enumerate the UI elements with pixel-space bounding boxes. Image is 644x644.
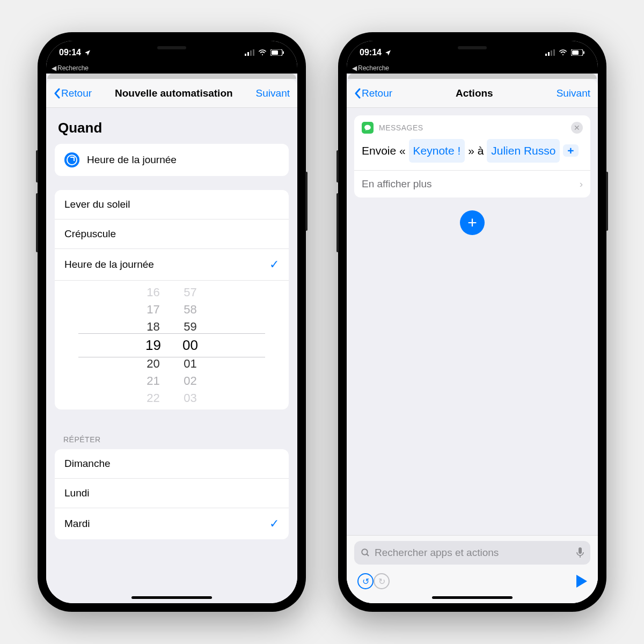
back-label: Retour (61, 87, 92, 99)
nav-bar: Retour Nouvelle automatisation Suivant (46, 79, 297, 108)
next-label: Suivant (256, 87, 290, 99)
svg-rect-8 (545, 54, 547, 56)
repeat-monday[interactable]: Lundi (55, 479, 289, 508)
picker-selected: 19 (145, 337, 161, 354)
search-icon (361, 548, 370, 558)
home-indicator[interactable] (432, 596, 513, 599)
redo-button[interactable]: ↻ (374, 573, 390, 589)
bottom-toolbar: Rechercher apps et actions ↺ ↻ (347, 535, 598, 603)
svg-rect-11 (553, 49, 555, 56)
recipient-token[interactable]: Julien Russo (487, 139, 560, 163)
option-sunset[interactable]: Crépuscule (55, 219, 289, 249)
phone-right: 09:14 ◀ Recherche (338, 32, 606, 612)
dictation-icon[interactable] (576, 547, 584, 558)
svg-line-17 (367, 554, 369, 556)
day-label: Dimanche (64, 458, 111, 470)
picker-selected: 00 (182, 337, 198, 354)
cellular-icon (545, 49, 555, 56)
repeat-sunday[interactable]: Dimanche (55, 449, 289, 479)
location-icon (84, 49, 91, 56)
page-title: Nouvelle automatisation (115, 87, 233, 99)
chevron-left-icon: ◀ (352, 64, 357, 72)
svg-rect-1 (247, 52, 249, 56)
picker-value: 02 (184, 374, 196, 388)
nav-bar: Retour Actions Suivant (347, 79, 598, 108)
close-icon[interactable]: ✕ (571, 122, 583, 134)
back-button[interactable]: Retour (354, 87, 392, 99)
status-time: 09:14 (59, 48, 81, 57)
svg-rect-9 (548, 52, 550, 56)
picker-value: 58 (184, 303, 196, 317)
wifi-icon (258, 49, 267, 56)
trigger-card: Heure de la journée (55, 144, 289, 176)
clock-icon (64, 152, 79, 167)
add-action-button[interactable]: + (460, 210, 485, 235)
picker-value: 20 (147, 357, 159, 371)
back-button[interactable]: Retour (54, 87, 92, 99)
minute-column[interactable]: 57 58 59 00 01 02 03 (182, 286, 198, 405)
back-to-app[interactable]: ◀ Recherche (347, 64, 598, 74)
repeat-tuesday[interactable]: Mardi ✓ (55, 508, 289, 539)
repeat-card: Dimanche Lundi Mardi ✓ (55, 449, 289, 539)
page-title: Actions (456, 87, 493, 99)
next-label: Suivant (557, 87, 590, 99)
next-button[interactable]: Suivant (256, 87, 290, 99)
chevron-right-icon: › (580, 178, 583, 190)
show-more-row[interactable]: En afficher plus › (354, 170, 590, 197)
option-label: Lever du soleil (64, 199, 130, 210)
notch (416, 41, 529, 57)
action-app-label: MESSAGES (379, 123, 423, 132)
location-icon (385, 49, 391, 56)
picker-value: 01 (184, 357, 196, 371)
home-indicator[interactable] (131, 596, 212, 599)
time-picker[interactable]: 16 17 18 19 20 21 22 57 58 59 00 (55, 281, 289, 409)
svg-rect-15 (583, 52, 584, 54)
svg-point-12 (562, 54, 564, 55)
picker-value: 22 (147, 391, 159, 405)
time-options-card: Lever du soleil Crépuscule Heure de la j… (55, 190, 289, 409)
checkmark-icon: ✓ (269, 258, 279, 272)
battery-icon (571, 49, 585, 56)
trigger-label: Heure de la journée (87, 154, 177, 166)
option-label: Heure de la journée (64, 259, 154, 270)
back-to-app-label: Recherche (358, 64, 389, 72)
trigger-row[interactable]: Heure de la journée (55, 144, 289, 176)
option-sunrise[interactable]: Lever du soleil (55, 190, 289, 219)
picker-value: 18 (147, 320, 159, 334)
picker-value: 17 (147, 303, 159, 317)
action-text: » à (468, 144, 484, 157)
checkmark-icon: ✓ (269, 517, 279, 531)
run-button[interactable] (576, 575, 587, 588)
repeat-label: RÉPÉTER (46, 423, 297, 449)
day-label: Lundi (64, 487, 90, 499)
option-time-of-day[interactable]: Heure de la journée ✓ (55, 249, 289, 281)
picker-value: 59 (184, 320, 196, 334)
svg-rect-18 (579, 547, 582, 554)
svg-rect-6 (272, 50, 278, 55)
svg-rect-0 (245, 54, 246, 56)
hour-column[interactable]: 16 17 18 19 20 21 22 (145, 286, 161, 405)
phone-left: 09:14 ◀ Recherche (38, 32, 306, 612)
messages-app-icon (362, 122, 374, 134)
search-input[interactable]: Rechercher apps et actions (354, 541, 590, 565)
svg-point-16 (362, 549, 368, 555)
show-more-label: En afficher plus (362, 178, 432, 190)
picker-value: 57 (184, 286, 196, 299)
back-to-app[interactable]: ◀ Recherche (46, 64, 297, 74)
svg-rect-2 (250, 50, 252, 56)
undo-button[interactable]: ↺ (357, 573, 374, 589)
svg-point-4 (262, 54, 263, 55)
battery-icon (270, 49, 284, 56)
picker-value: 16 (147, 286, 159, 299)
wifi-icon (558, 49, 568, 56)
add-recipient-button[interactable]: + (563, 144, 578, 157)
status-time: 09:14 (360, 48, 382, 57)
back-label: Retour (362, 87, 392, 99)
action-text: Envoie « (362, 144, 406, 157)
picker-value: 21 (147, 374, 159, 388)
message-token[interactable]: Keynote ! (409, 139, 465, 163)
svg-rect-7 (283, 52, 284, 54)
next-button[interactable]: Suivant (557, 87, 590, 99)
cellular-icon (245, 49, 254, 56)
action-card: MESSAGES ✕ Envoie « Keynote ! » à Julien… (354, 115, 590, 197)
